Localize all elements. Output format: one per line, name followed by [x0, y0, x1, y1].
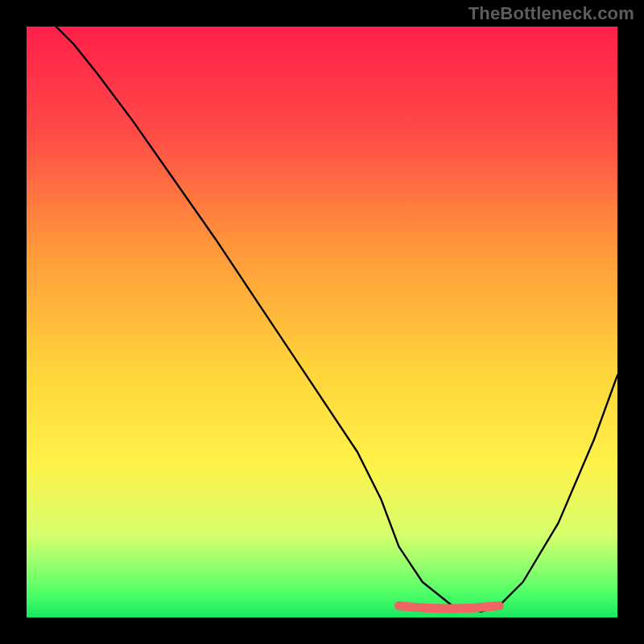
optimal-range-marker	[398, 606, 499, 609]
svg-rect-0	[27, 27, 617, 617]
bottleneck-chart	[0, 0, 644, 644]
watermark-text: TheBottleneck.com	[469, 3, 634, 24]
chart-frame: TheBottleneck.com	[0, 0, 644, 644]
